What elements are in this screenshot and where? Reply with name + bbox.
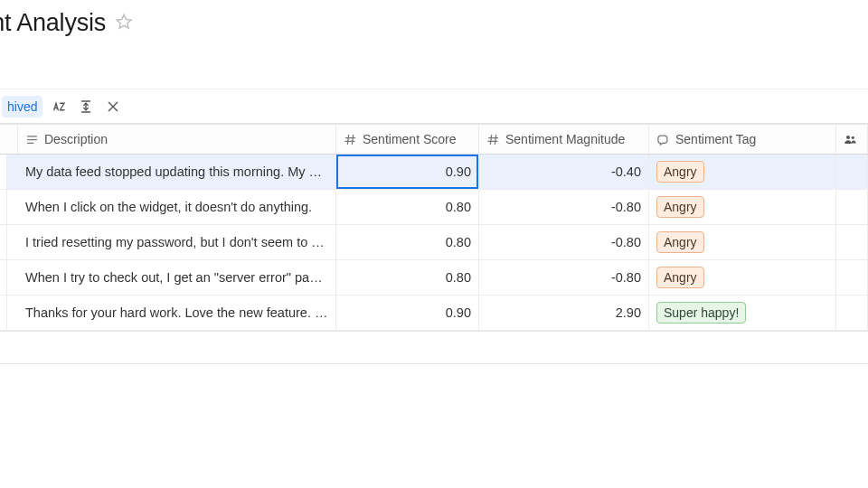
col-header-label: Sentiment Tag bbox=[675, 132, 756, 146]
data-table: Description Sentiment Score Sentiment Ma… bbox=[0, 124, 868, 332]
cell-sentiment-tag[interactable]: Angry bbox=[649, 260, 836, 295]
sort-az-icon[interactable] bbox=[46, 94, 71, 119]
svg-point-1 bbox=[846, 136, 850, 139]
cell-sentiment-score[interactable]: 0.80 bbox=[336, 190, 479, 224]
row-height-icon[interactable] bbox=[73, 94, 99, 119]
cell-value: -0.80 bbox=[486, 270, 641, 285]
col-header-sentiment-magnitude[interactable]: Sentiment Magnitude bbox=[479, 125, 649, 154]
cell-sentiment-tag[interactable]: Angry bbox=[649, 225, 836, 259]
cell-value: 0.80 bbox=[344, 200, 471, 214]
col-header-collaborator[interactable] bbox=[836, 125, 868, 154]
text-icon bbox=[25, 133, 39, 146]
cell-value: 0.90 bbox=[344, 164, 471, 179]
cell-value: 0.90 bbox=[344, 305, 471, 320]
cell-collaborator[interactable] bbox=[836, 296, 868, 330]
tag-pill: Angry bbox=[656, 267, 704, 288]
tag-pill: Angry bbox=[656, 196, 704, 218]
cell-text: I tried resetting my password, but I don… bbox=[25, 235, 328, 249]
cell-value: -0.80 bbox=[486, 200, 641, 214]
row-handle[interactable] bbox=[0, 155, 18, 189]
cell-value: 0.80 bbox=[344, 270, 471, 285]
cell-description[interactable]: My data feed stopped updating this morni… bbox=[18, 155, 336, 189]
col-header-label: Sentiment Score bbox=[363, 132, 457, 146]
cell-collaborator[interactable] bbox=[836, 190, 868, 224]
cell-description[interactable]: Thanks for your hard work. Love the new … bbox=[18, 296, 336, 330]
cell-sentiment-score[interactable]: 0.90 bbox=[336, 155, 479, 189]
row-handle[interactable] bbox=[0, 225, 18, 259]
cell-description[interactable]: When I try to check out, I get an "serve… bbox=[18, 260, 336, 295]
cell-sentiment-magnitude[interactable]: -0.80 bbox=[479, 260, 649, 295]
col-header-label: Sentiment Magnitude bbox=[505, 132, 625, 146]
tag-pill: Angry bbox=[656, 231, 704, 253]
cell-sentiment-tag[interactable]: Super happy! bbox=[649, 296, 836, 330]
close-icon[interactable] bbox=[100, 94, 126, 119]
cell-sentiment-score[interactable]: 0.80 bbox=[336, 225, 479, 259]
cell-sentiment-score[interactable]: 0.90 bbox=[336, 296, 479, 330]
number-icon bbox=[344, 133, 357, 146]
tag-icon bbox=[656, 133, 670, 146]
cell-description[interactable]: When I click on the widget, it doesn't d… bbox=[18, 190, 336, 224]
row-handle-header bbox=[0, 125, 18, 154]
row-handle[interactable] bbox=[0, 296, 18, 330]
cell-value: -0.40 bbox=[486, 164, 641, 179]
col-header-description[interactable]: Description bbox=[18, 125, 336, 154]
tag-pill: Super happy! bbox=[656, 302, 746, 324]
cell-sentiment-magnitude[interactable]: -0.80 bbox=[479, 225, 649, 259]
cell-collaborator[interactable] bbox=[836, 260, 868, 295]
table-row[interactable]: I tried resetting my password, but I don… bbox=[0, 225, 868, 260]
cell-sentiment-magnitude[interactable]: -0.80 bbox=[479, 190, 649, 224]
number-icon bbox=[486, 133, 500, 146]
cell-sentiment-tag[interactable]: Angry bbox=[649, 155, 836, 189]
svg-marker-0 bbox=[117, 14, 131, 28]
table-header-row: Description Sentiment Score Sentiment Ma… bbox=[0, 124, 868, 155]
svg-point-2 bbox=[852, 136, 854, 138]
cell-value: 2.90 bbox=[486, 305, 641, 320]
cell-value: 0.80 bbox=[344, 235, 471, 249]
cell-sentiment-score[interactable]: 0.80 bbox=[336, 260, 479, 295]
cell-text: Thanks for your hard work. Love the new … bbox=[25, 305, 328, 320]
cell-value: -0.80 bbox=[486, 235, 641, 249]
table-row[interactable]: When I click on the widget, it doesn't d… bbox=[0, 190, 868, 225]
table-row[interactable]: Thanks for your hard work. Love the new … bbox=[0, 296, 868, 331]
col-header-label: Description bbox=[44, 132, 108, 146]
cell-text: My data feed stopped updating this morni… bbox=[25, 164, 328, 179]
filter-chip-archived[interactable]: hived bbox=[2, 96, 42, 117]
table-row[interactable]: When I try to check out, I get an "serve… bbox=[0, 260, 868, 296]
people-icon bbox=[844, 133, 857, 146]
table-row[interactable]: My data feed stopped updating this morni… bbox=[0, 155, 868, 190]
page-title: timent Analysis bbox=[0, 9, 106, 37]
col-header-sentiment-score[interactable]: Sentiment Score bbox=[336, 125, 479, 154]
cell-description[interactable]: I tried resetting my password, but I don… bbox=[18, 225, 336, 259]
col-header-sentiment-tag[interactable]: Sentiment Tag bbox=[649, 125, 836, 154]
cell-collaborator[interactable] bbox=[836, 225, 868, 259]
row-handle[interactable] bbox=[0, 190, 18, 224]
cell-sentiment-magnitude[interactable]: -0.40 bbox=[479, 155, 649, 189]
cell-collaborator[interactable] bbox=[836, 155, 868, 189]
cell-text: When I try to check out, I get an "serve… bbox=[25, 270, 328, 285]
row-handle[interactable] bbox=[0, 260, 18, 295]
star-icon[interactable] bbox=[115, 13, 133, 34]
cell-text: When I click on the widget, it doesn't d… bbox=[25, 200, 328, 214]
tag-pill: Angry bbox=[656, 161, 704, 183]
cell-sentiment-magnitude[interactable]: 2.90 bbox=[479, 296, 649, 330]
cell-sentiment-tag[interactable]: Angry bbox=[649, 190, 836, 224]
toolbar: hived bbox=[0, 89, 868, 124]
